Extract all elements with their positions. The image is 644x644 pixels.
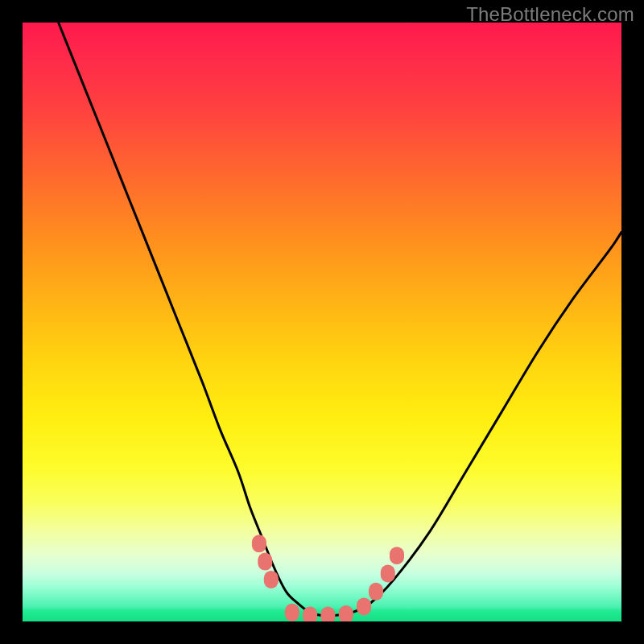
curve-layer [59, 23, 621, 616]
marker-dot [264, 571, 279, 588]
chart-frame: TheBottleneck.com [0, 0, 644, 644]
marker-dot [381, 565, 395, 583]
bottleneck-curve [59, 23, 621, 616]
marker-dot [339, 605, 353, 621]
chart-svg [23, 23, 621, 621]
marker-dot [252, 535, 266, 552]
marker-dot [303, 607, 317, 621]
marker-dot [258, 553, 272, 571]
plot-area [23, 23, 621, 621]
marker-dot [320, 607, 335, 621]
marker-dot [390, 547, 404, 564]
marker-dot [285, 604, 299, 621]
marker-dot [369, 583, 383, 601]
marker-layer [252, 535, 404, 621]
marker-dot [357, 597, 371, 615]
